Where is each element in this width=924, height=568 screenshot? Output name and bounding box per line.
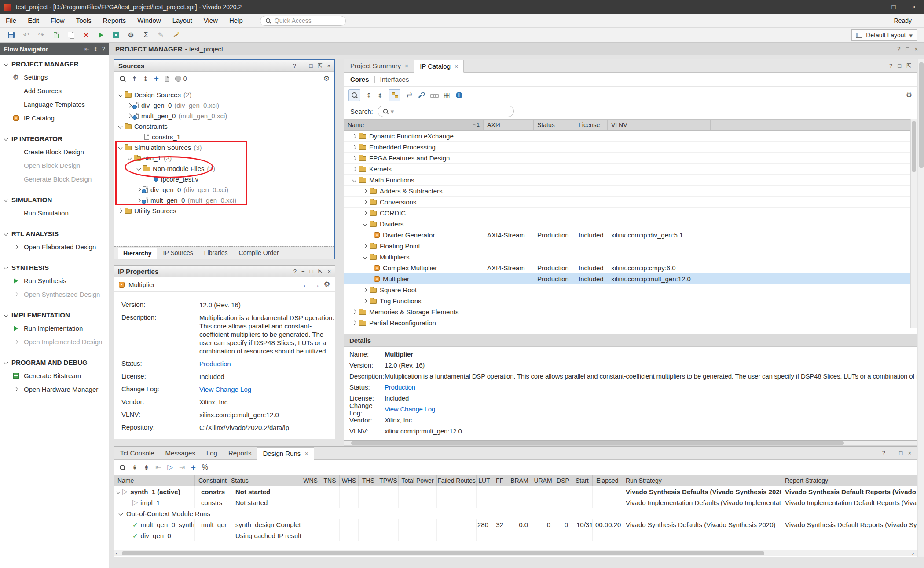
source-simulation-sources[interactable]: Simulation Sources(3): [114, 142, 334, 153]
forward-icon[interactable]: →: [313, 281, 320, 288]
scrollbar-thumb[interactable]: [912, 121, 916, 172]
maximize-button[interactable]: □: [884, 0, 904, 14]
source-ipcore-test-v[interactable]: ipcore_test.v: [114, 174, 334, 184]
gear-icon[interactable]: ⚙: [323, 75, 330, 82]
minimize-button[interactable]: −: [863, 0, 884, 14]
source-sim-1[interactable]: sim_1(3): [114, 153, 334, 163]
column-header-status[interactable]: Status: [227, 475, 301, 486]
flow-item-language-templates[interactable]: Language Templates: [0, 98, 109, 111]
float-icon[interactable]: ⇱: [318, 268, 323, 275]
help-icon[interactable]: ?: [293, 268, 297, 275]
tab-libraries[interactable]: Libraries: [199, 248, 233, 259]
catalog-item-divider-generator[interactable]: Divider GeneratorAXI4-StreamProductionIn…: [344, 229, 910, 240]
source-constrs-1[interactable]: constrs_1: [114, 131, 334, 142]
help-icon[interactable]: ?: [293, 62, 296, 69]
subtab-interfaces[interactable]: Interfaces: [380, 76, 409, 83]
step-back-icon[interactable]: ⇤: [155, 464, 161, 471]
close-icon[interactable]: ×: [914, 46, 918, 52]
tab-hierarchy[interactable]: Hierarchy: [118, 248, 157, 259]
quick-access-search[interactable]: Quick Access: [260, 16, 346, 26]
run-row-mult-gen-0-synth-1[interactable]: ✓mult_gen_0_synth_1mult_gen_0synth_desig…: [114, 519, 917, 530]
maximize-icon[interactable]: □: [310, 268, 313, 275]
catalog-item-multiplier[interactable]: MultiplierProductionIncludedxilinx.com:i…: [344, 273, 910, 284]
source-non-module-files[interactable]: Non-module Files(1): [114, 163, 334, 174]
tab-compile-order[interactable]: Compile Order: [234, 248, 284, 259]
close-icon[interactable]: ×: [327, 62, 330, 69]
source-div-gen-0[interactable]: div_gen_0(div_gen_0.xci): [114, 184, 334, 195]
catalog-item-cordic[interactable]: CORDIC: [344, 208, 910, 218]
column-header-wns[interactable]: WNS: [301, 475, 320, 486]
run-row-synth-1-active[interactable]: ▷synth_1 (active)constrs_1Not startedViv…: [114, 486, 917, 497]
column-header-bram[interactable]: BRAM: [507, 475, 532, 486]
collapse-all-icon[interactable]: ⇞: [132, 76, 137, 82]
source-constraints[interactable]: Constraints: [114, 121, 334, 131]
run-button[interactable]: [95, 29, 107, 41]
column-header-uram[interactable]: URAM: [532, 475, 554, 486]
menu-flow[interactable]: Flow: [45, 14, 70, 27]
run-row-impl-1[interactable]: ▷impl_1constrs_1Not startedVivado Implem…: [114, 497, 917, 508]
flow-item-add-sources[interactable]: Add Sources: [0, 84, 109, 98]
column-header-whs[interactable]: WHS: [340, 475, 359, 486]
back-icon[interactable]: ←: [303, 281, 309, 288]
link-production[interactable]: Production: [199, 360, 335, 368]
horizontal-scrollbar[interactable]: [344, 441, 917, 446]
group-by-category-toggle[interactable]: [389, 89, 400, 101]
catalog-item-memories-storage-elements[interactable]: Memories & Storage Elements: [344, 306, 910, 317]
close-icon[interactable]: ×: [908, 450, 911, 456]
subtab-cores[interactable]: Cores: [350, 76, 369, 83]
link-view-change-log[interactable]: View Change Log: [199, 385, 335, 393]
message-badge[interactable]: 0: [175, 75, 187, 82]
layout-select[interactable]: Default Layout ▾: [851, 29, 917, 41]
catalog-item-fpga-features-and-design[interactable]: FPGA Features and Design: [344, 153, 910, 164]
flow-section-header[interactable]: SIMULATION: [0, 193, 109, 206]
catalog-item-dividers[interactable]: Dividers: [344, 218, 910, 229]
expand-icon[interactable]: ⇟: [93, 46, 98, 52]
menu-help[interactable]: Help: [224, 14, 249, 27]
scrollbar-thumb[interactable]: [122, 551, 764, 555]
menu-tools[interactable]: Tools: [70, 14, 97, 27]
search-toggle[interactable]: [348, 89, 360, 101]
menu-reports[interactable]: Reports: [97, 14, 132, 27]
wand-button[interactable]: [170, 29, 182, 41]
close-icon[interactable]: ×: [304, 450, 308, 457]
flow-item-open-hardware-manager[interactable]: Open Hardware Manager: [0, 382, 109, 396]
vertical-scrollbar[interactable]: [918, 59, 924, 557]
flow-item-ip-catalog[interactable]: IP Catalog: [0, 111, 109, 125]
run-icon[interactable]: ▷: [168, 464, 173, 471]
column-header-name[interactable]: Name: [114, 475, 195, 486]
flow-item-generate-bitstream[interactable]: Generate Bitstream: [0, 369, 109, 382]
maximize-icon[interactable]: □: [309, 62, 313, 69]
menu-view[interactable]: View: [198, 14, 224, 27]
expand-all-icon[interactable]: ⇟: [143, 76, 149, 82]
sources-panel-header[interactable]: Sources ? − □ ⇱ ×: [114, 60, 334, 72]
board-button[interactable]: [110, 29, 122, 41]
redo-button[interactable]: ↷: [35, 29, 47, 41]
column-header-status[interactable]: Status: [534, 120, 575, 130]
column-header-axi4[interactable]: AXI4: [484, 120, 534, 130]
column-header-ff[interactable]: FF: [492, 475, 507, 486]
collapse-icon[interactable]: ⇤: [84, 46, 89, 52]
catalog-item-conversions[interactable]: Conversions: [344, 197, 910, 208]
link-production[interactable]: Production: [385, 383, 420, 391]
fast-forward-icon[interactable]: ⇥: [179, 464, 185, 471]
search-icon[interactable]: [119, 76, 126, 82]
column-header-name[interactable]: Name1: [344, 120, 484, 130]
column-header-failed-routes[interactable]: Failed Routes: [437, 475, 477, 486]
source-utility-sources[interactable]: Utility Sources: [114, 205, 334, 216]
gear-icon[interactable]: ⚙: [906, 91, 912, 98]
gear-icon[interactable]: ⚙: [324, 281, 330, 288]
save-button[interactable]: [5, 29, 17, 41]
tab-tcl-console[interactable]: Tcl Console: [115, 447, 160, 459]
settings-button[interactable]: ⚙: [125, 29, 137, 41]
info-icon[interactable]: [456, 92, 462, 98]
ip-properties-header[interactable]: IP Properties ? − □ ⇱ ×: [114, 266, 335, 277]
menu-file[interactable]: File: [0, 14, 22, 27]
report-button[interactable]: [50, 29, 62, 41]
minimize-icon[interactable]: −: [301, 268, 305, 275]
scroll-left-icon[interactable]: ‹: [116, 550, 117, 556]
column-header-dsp[interactable]: DSP: [554, 475, 572, 486]
catalog-item-complex-multiplier[interactable]: Complex MultiplierAXI4-StreamProductionI…: [344, 262, 910, 273]
flow-item-open-block-design[interactable]: Open Block Design: [0, 159, 109, 172]
source-mult-gen-0[interactable]: mult_gen_0(mult_gen_0.xci): [114, 110, 334, 121]
help-icon[interactable]: ?: [889, 62, 892, 69]
